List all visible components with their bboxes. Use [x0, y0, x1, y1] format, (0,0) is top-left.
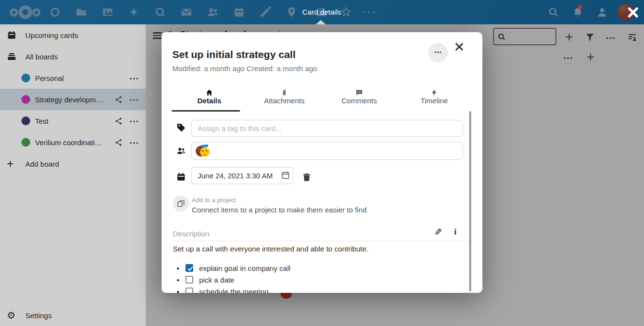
board-search-input[interactable] — [493, 28, 556, 45]
dashboard-icon[interactable] — [49, 6, 61, 18]
tag-input[interactable] — [191, 120, 463, 137]
card-actions-menu-button[interactable] — [428, 43, 448, 62]
board-menu-icon[interactable] — [129, 117, 139, 125]
board-color-dot — [21, 138, 30, 147]
board-menu-icon[interactable] — [129, 138, 139, 147]
tab-details[interactable]: Details — [172, 84, 247, 110]
search-circle-icon[interactable] — [154, 6, 166, 18]
nextcloud-logo-icon[interactable] — [10, 6, 41, 18]
description-label: Description — [173, 230, 209, 238]
edit-pencil-icon[interactable] — [434, 227, 442, 238]
emoji-mouth — [202, 152, 207, 155]
projects-icon[interactable] — [173, 195, 189, 211]
project-title[interactable]: Add to a project — [192, 196, 236, 204]
tab-label: Comments — [322, 96, 397, 105]
lightning-icon — [397, 84, 472, 96]
sidebar: Upcoming cards All boards Personal Strat… — [0, 24, 146, 326]
sidebar-add-board[interactable]: Add board — [0, 153, 146, 174]
checklist-label: explain goal in company call — [199, 264, 291, 272]
plus-icon — [7, 159, 17, 169]
bullet — [177, 288, 182, 293]
assign-users-icon — [176, 146, 186, 156]
share-icon[interactable] — [114, 96, 123, 104]
sidebar-board-personal[interactable]: Personal — [0, 67, 146, 89]
board-label: Verilium coordinati… — [35, 138, 102, 147]
sidebar-item-upcoming-cards[interactable]: Upcoming cards — [0, 24, 146, 46]
calendar-icon — [176, 172, 186, 182]
board-menu-icon[interactable] — [606, 34, 616, 42]
hamburger-menu-icon[interactable] — [153, 32, 162, 39]
board-menu-icon[interactable] — [129, 74, 139, 82]
emoji-eye — [202, 150, 203, 152]
search-icon[interactable] — [548, 6, 559, 18]
tab-attachments[interactable]: Attachments — [247, 84, 322, 110]
photos-icon[interactable] — [102, 6, 113, 18]
checklist-item: explain goal in company call — [173, 262, 291, 274]
assignee-avatar[interactable] — [196, 144, 210, 158]
add-card-icon[interactable] — [565, 32, 573, 43]
chat-bubble-icon — [322, 84, 397, 96]
notification-dot — [578, 5, 582, 9]
bullet — [177, 276, 182, 284]
search-icon — [497, 33, 506, 41]
sidebar-board-strategy[interactable]: Strategy developm… — [0, 89, 146, 110]
sidebar-item-all-boards[interactable]: All boards — [0, 46, 146, 67]
checkbox-unchecked[interactable] — [185, 288, 193, 293]
due-date-input[interactable] — [191, 167, 294, 184]
sidebar-board-verilium[interactable]: Verilium coordinati… — [0, 132, 146, 153]
sidebar-settings[interactable]: Settings — [0, 305, 146, 326]
tab-comments[interactable]: Comments — [322, 84, 397, 110]
filter-icon[interactable] — [585, 32, 595, 42]
date-picker-icon[interactable] — [281, 171, 290, 180]
board-menu-icon[interactable] — [129, 96, 139, 104]
trash-icon[interactable] — [302, 172, 312, 183]
notifications-bell-icon[interactable] — [572, 6, 584, 18]
board-color-dot — [21, 95, 30, 104]
modal-scrollbar[interactable] — [469, 111, 471, 291]
more-apps-icon[interactable] — [363, 9, 375, 16]
halo — [201, 144, 208, 148]
emoji-eye — [206, 150, 207, 152]
add-stack-icon[interactable] — [587, 52, 594, 63]
close-icon[interactable] — [625, 5, 640, 19]
board-label: Test — [35, 117, 49, 125]
gear-icon — [7, 310, 17, 320]
share-icon[interactable] — [114, 138, 123, 147]
notes-icon[interactable] — [259, 6, 271, 18]
tag-icon — [176, 123, 186, 133]
assignees-input[interactable] — [191, 142, 463, 160]
logo-left-circle — [10, 8, 18, 17]
recommendations-icon[interactable] — [340, 6, 352, 18]
card-details-modal: Set up initial strategy call Modified: a… — [162, 32, 482, 293]
settings-label: Settings — [25, 311, 52, 320]
tab-label: Details — [172, 96, 247, 105]
tab-label: Timeline — [397, 96, 472, 105]
contacts-menu-icon[interactable] — [596, 6, 608, 18]
contacts-icon[interactable] — [207, 6, 219, 18]
sidebar-item-label: All boards — [25, 53, 58, 61]
tab-timeline[interactable]: Timeline — [397, 84, 472, 110]
share-icon[interactable] — [114, 117, 123, 125]
board-details-icon[interactable] — [627, 32, 637, 42]
logo-center-circle — [18, 5, 32, 19]
stack-menu-icon[interactable] — [564, 54, 573, 62]
project-subtitle: Connect items to a project to make them … — [192, 206, 367, 214]
paperclip-icon — [247, 84, 322, 96]
sidebar-board-test[interactable]: Test — [0, 110, 146, 132]
checkbox-unchecked[interactable] — [185, 276, 193, 284]
maps-icon[interactable] — [286, 6, 297, 18]
card-timestamps: Modified: a month ago Created: a month a… — [172, 64, 317, 73]
close-icon[interactable] — [454, 41, 464, 52]
board-color-dot — [21, 116, 30, 125]
card-title[interactable]: Set up initial strategy call — [172, 49, 295, 60]
info-icon[interactable] — [454, 227, 457, 237]
mail-icon[interactable] — [181, 6, 192, 18]
activity-icon[interactable] — [128, 6, 140, 18]
files-icon[interactable] — [75, 6, 87, 18]
board-color-dot — [21, 74, 30, 82]
calendar-icon[interactable] — [233, 6, 245, 18]
add-board-label: Add board — [25, 160, 59, 168]
checkbox-checked[interactable] — [185, 264, 193, 272]
checklist-label: pick a date — [199, 276, 235, 284]
tab-label: Attachments — [247, 96, 322, 105]
